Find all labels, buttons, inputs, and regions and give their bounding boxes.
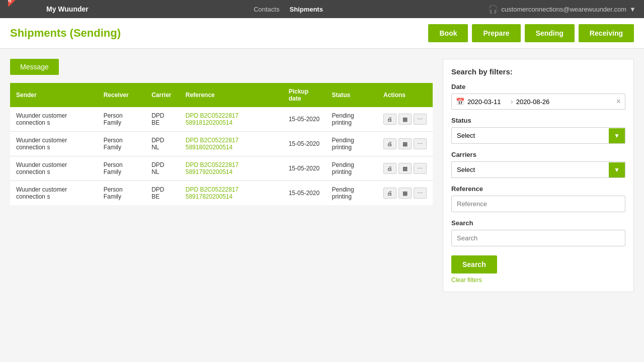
cell-reference: DPD B2C05222817 58917920200514 [180,156,283,181]
receiving-button[interactable]: Receiving [579,24,634,42]
dropdown-arrow-icon[interactable]: ▼ [629,6,636,13]
carriers-select[interactable]: Select [452,162,609,177]
cell-carrier: DPD NL [145,132,180,156]
reference-link[interactable]: DPD B2C05222817 58917920200514 [186,161,238,175]
cell-receiver: Person Family [98,107,145,132]
cell-pickup-date: 15-05-2020 [283,181,326,206]
cell-reference: DPD B2C05222817 58917820200514 [180,181,283,206]
carriers-filter-section: Carriers Select ▼ [451,151,625,178]
table-row: Wuunder customer connection s Person Fam… [10,156,433,181]
col-reference: Reference [180,83,283,107]
carriers-select-wrapper: Select ▼ [451,161,625,178]
action-print-icon[interactable]: 🖨 [383,114,396,125]
nav-links: Contacts Shipments [254,6,323,13]
cell-actions: 🖨 ▦ ⋯ [377,107,433,132]
reference-filter-section: Reference [451,185,625,212]
cell-pickup-date: 15-05-2020 [283,156,326,181]
reference-input[interactable] [451,196,625,212]
status-filter-section: Status Select ▼ [451,117,625,144]
right-sidebar: Search by filters: Date 📅 › × Status Sel… [443,59,634,292]
table-row: Wuunder customer connection s Person Fam… [10,181,433,206]
cell-actions: 🖨 ▦ ⋯ [377,181,433,206]
col-receiver: Receiver [98,83,145,107]
search-button[interactable]: Search [451,255,497,274]
status-filter-label: Status [451,117,625,124]
cell-reference: DPD B2C05222817 58918120200514 [180,107,283,132]
carriers-filter-label: Carriers [451,151,625,158]
header-bar: Shipments (Sending) Book Prepare Sending… [0,18,644,49]
table-row: Wuunder customer connection s Person Fam… [10,132,433,156]
cell-actions: 🖨 ▦ ⋯ [377,132,433,156]
cell-receiver: Person Family [98,181,145,206]
cell-receiver: Person Family [98,156,145,181]
reference-link[interactable]: DPD B2C05222817 58917820200514 [186,186,238,200]
carriers-dropdown-button[interactable]: ▼ [609,162,625,177]
date-to-input[interactable] [516,98,556,106]
header-buttons: Book Prepare Sending Receiving [428,24,634,42]
nav-shipments[interactable]: Shipments [289,6,323,13]
data-table: Sender Receiver Carrier Reference Pickup… [10,83,433,205]
date-clear-button[interactable]: × [616,97,621,106]
date-from-input[interactable] [467,98,508,106]
cell-receiver: Person Family [98,132,145,156]
clear-filters-link[interactable]: Clear filters [451,277,625,284]
col-pickup-date: Pickup date [283,83,326,107]
search-filter-label: Search [451,219,625,227]
cell-carrier: DPD NL [145,156,180,181]
cell-pickup-date: 15-05-2020 [283,107,326,132]
action-more-icon[interactable]: ⋯ [414,163,427,174]
action-print-icon[interactable]: 🖨 [383,163,396,174]
cell-sender: Wuunder customer connection s [10,132,98,156]
date-range-arrow: › [511,98,513,106]
cell-status: Pending printing [326,107,377,132]
date-range: 📅 › × [451,94,625,110]
message-button[interactable]: Message [10,59,59,75]
calendar-icon: 📅 [456,98,464,106]
cell-sender: Wuunder customer connection s [10,156,98,181]
cell-pickup-date: 15-05-2020 [283,132,326,156]
action-more-icon[interactable]: ⋯ [414,138,427,149]
reference-filter-label: Reference [451,185,625,193]
left-content: Message Sender Receiver Carrier Referenc… [10,59,433,205]
table-row: Wuunder customer connection s Person Fam… [10,107,433,132]
action-print-icon[interactable]: 🖨 [383,188,396,199]
nav-contacts[interactable]: Contacts [254,6,279,13]
cell-status: Pending printing [326,181,377,206]
action-barcode-icon[interactable]: ▦ [398,138,412,149]
reference-link[interactable]: DPD B2C05222817 58918120200514 [186,112,238,126]
status-select-wrapper: Select ▼ [451,127,625,144]
search-filter-section: Search [451,219,625,246]
cell-carrier: DPD BE [145,181,180,206]
sending-button[interactable]: Sending [525,24,575,42]
cell-actions: 🖨 ▦ ⋯ [377,156,433,181]
action-print-icon[interactable]: 🖨 [383,138,396,149]
col-carrier: Carrier [145,83,180,107]
col-sender: Sender [10,83,98,107]
date-filter-label: Date [451,83,625,90]
user-info: 🎧 customerconnections@wearewuunder.com ▼ [488,5,636,14]
col-actions: Actions [377,83,433,107]
action-barcode-icon[interactable]: ▦ [398,188,412,199]
col-status: Status [326,83,377,107]
cell-status: Pending printing [326,156,377,181]
main-layout: Message Sender Receiver Carrier Referenc… [0,49,644,302]
cell-status: Pending printing [326,132,377,156]
filter-title: Search by filters: [451,67,625,76]
date-filter-section: Date 📅 › × [451,83,625,110]
brand-name: My Wuunder [46,5,89,13]
status-select[interactable]: Select [452,128,609,143]
status-dropdown-button[interactable]: ▼ [609,128,625,143]
action-more-icon[interactable]: ⋯ [414,188,427,199]
cell-sender: Wuunder customer connection s [10,107,98,132]
action-barcode-icon[interactable]: ▦ [398,114,412,125]
search-input[interactable] [451,230,625,246]
headset-icon: 🎧 [488,5,498,14]
table-header-row: Sender Receiver Carrier Reference Pickup… [10,83,433,107]
book-button[interactable]: Book [428,24,468,42]
prepare-button[interactable]: Prepare [472,24,520,42]
action-barcode-icon[interactable]: ▦ [398,163,412,174]
cell-reference: DPD B2C05222817 58918020200514 [180,132,283,156]
top-nav: STAGING My Wuunder Contacts Shipments 🎧 … [0,0,644,18]
reference-link[interactable]: DPD B2C05222817 58918020200514 [186,137,238,151]
action-more-icon[interactable]: ⋯ [414,114,427,125]
